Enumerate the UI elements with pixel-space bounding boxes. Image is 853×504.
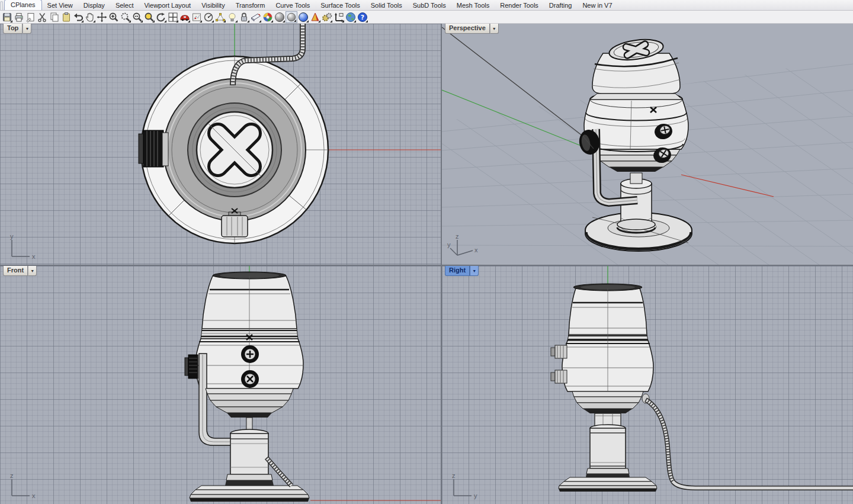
earth-globe-icon[interactable] [345, 11, 357, 23]
sphere-shaded-icon[interactable] [274, 11, 286, 23]
set-view-icon[interactable] [203, 11, 214, 23]
menu-tab-display[interactable]: Display [78, 1, 110, 10]
lock-icon[interactable] [238, 11, 250, 23]
top-viewport-canvas[interactable] [0, 24, 441, 265]
zoom-window-icon[interactable] [132, 11, 143, 23]
axis-gnomon-perspective: z x y [447, 233, 480, 261]
chevron-down-icon[interactable]: ▼ [23, 24, 31, 34]
options-gears-icon[interactable] [321, 11, 333, 23]
svg-text:y: y [10, 233, 14, 240]
side-knob-upper [551, 345, 567, 358]
menu-tab-viewport-layout[interactable]: Viewport Layout [139, 1, 196, 10]
menu-tab-mesh-tools[interactable]: Mesh Tools [451, 1, 495, 10]
axis-gnomon-top: y x [5, 233, 38, 261]
move-view-icon[interactable] [96, 11, 108, 23]
viewport-layout-icon[interactable] [167, 11, 179, 23]
bracket-knob [185, 355, 198, 378]
svg-text:y: y [474, 492, 477, 499]
front-viewport-canvas[interactable] [0, 266, 441, 504]
chevron-down-icon[interactable]: ▼ [470, 266, 479, 276]
viewport-label-right[interactable]: Right ▼ [445, 266, 479, 276]
menu-tab-solid-tools[interactable]: Solid Tools [365, 1, 408, 10]
undo-icon[interactable] [72, 11, 84, 23]
menu-tab-surface-tools[interactable]: Surface Tools [315, 1, 365, 10]
menu-tab-set-view[interactable]: Set View [42, 1, 78, 10]
microphone-model-top[interactable] [139, 24, 328, 243]
chevron-down-icon[interactable]: ▼ [28, 266, 37, 276]
svg-text:x: x [32, 492, 36, 499]
cplane-axes-icon[interactable] [333, 11, 345, 23]
print-icon[interactable] [13, 11, 25, 23]
microphone-model-right[interactable] [551, 284, 853, 492]
svg-text:z: z [10, 472, 14, 479]
side-knob-lower [551, 370, 567, 383]
zoom-in-icon[interactable] [108, 11, 120, 23]
cplane-points-icon[interactable] [214, 11, 226, 23]
volume-knob [241, 370, 259, 388]
viewport-front[interactable]: Front ▼ z x [0, 266, 441, 504]
viewport-title[interactable]: Front [3, 266, 28, 276]
viewport-label-front[interactable]: Front ▼ [3, 266, 37, 276]
named-view-car-icon[interactable] [179, 11, 191, 23]
help-icon[interactable]: ? [357, 11, 368, 23]
chevron-down-icon[interactable]: ▼ [490, 24, 499, 34]
svg-text:y: y [447, 241, 451, 248]
menu-grip [0, 1, 3, 10]
viewport-label-top[interactable]: Top ▼ [3, 24, 31, 34]
y-axis-line [442, 90, 591, 150]
menu-tab-curve-tools[interactable]: Curve Tools [270, 1, 315, 10]
menu-tab-render-tools[interactable]: Render Tools [495, 1, 544, 10]
svg-text:x: x [32, 253, 36, 260]
plan-view-icon[interactable] [191, 11, 203, 23]
color-wheel-icon[interactable] [262, 11, 274, 23]
viewport-top[interactable]: Top ▼ y x [0, 24, 441, 265]
viewport-right[interactable]: Right ▼ z y [442, 266, 853, 504]
menu-tab-select[interactable]: Select [110, 1, 139, 10]
perspective-viewport-canvas[interactable] [442, 24, 853, 265]
svg-text:x: x [474, 246, 478, 253]
viewport-title[interactable]: Right [445, 266, 470, 276]
save-icon[interactable] [1, 11, 13, 23]
zoom-extents-icon[interactable] [143, 11, 155, 23]
x-axis-line [681, 175, 774, 197]
pan-hand-icon[interactable] [84, 11, 96, 23]
axis-gnomon-front: z x [5, 472, 38, 500]
svg-text:z: z [456, 233, 459, 240]
paste-icon[interactable] [60, 11, 72, 23]
microphone-model-perspective[interactable] [578, 37, 692, 251]
svg-text:?: ? [361, 14, 364, 21]
menu-tab-new-in-v7[interactable]: New in V7 [577, 1, 617, 10]
menu-tab-bar: CPlanesSet ViewDisplaySelectViewport Lay… [0, 0, 853, 11]
cut-icon[interactable] [37, 11, 49, 23]
axis-gnomon-right: z y [447, 472, 480, 500]
menu-tab-drafting[interactable]: Drafting [544, 1, 578, 10]
viewport-label-perspective[interactable]: Perspective ▼ [445, 24, 499, 34]
viewport-workspace: Top ▼ y x [0, 24, 853, 504]
render-cone-icon[interactable] [309, 11, 321, 23]
menu-tab-subd-tools[interactable]: SubD Tools [408, 1, 451, 10]
right-viewport-canvas[interactable] [442, 266, 853, 504]
viewport-title[interactable]: Top [3, 24, 23, 34]
zoom-dynamic-icon[interactable] [120, 11, 132, 23]
sphere-rendered-icon[interactable] [297, 11, 309, 23]
menu-tab-visibility[interactable]: Visibility [196, 1, 230, 10]
export-page-icon[interactable] [25, 11, 37, 23]
menu-tab-cplanes[interactable]: CPlanes [4, 0, 42, 10]
main-toolbar: ? [0, 11, 853, 24]
light-icon[interactable] [226, 11, 238, 23]
curve-object-line[interactable] [442, 27, 588, 140]
svg-text:z: z [452, 472, 456, 479]
sphere-ghosted-icon[interactable] [286, 11, 297, 23]
viewport-perspective[interactable]: Perspective ▼ z x y [442, 24, 853, 265]
menu-tab-transform[interactable]: Transform [230, 1, 271, 10]
side-knob-top [139, 130, 168, 167]
copy-icon[interactable] [49, 11, 60, 23]
cable-right [642, 394, 853, 488]
microphone-model-front[interactable] [185, 272, 309, 502]
gain-knob [241, 345, 259, 363]
viewport-title[interactable]: Perspective [445, 24, 490, 34]
rotate-view-icon[interactable] [155, 11, 167, 23]
shaded-wedge-icon[interactable] [250, 11, 262, 23]
